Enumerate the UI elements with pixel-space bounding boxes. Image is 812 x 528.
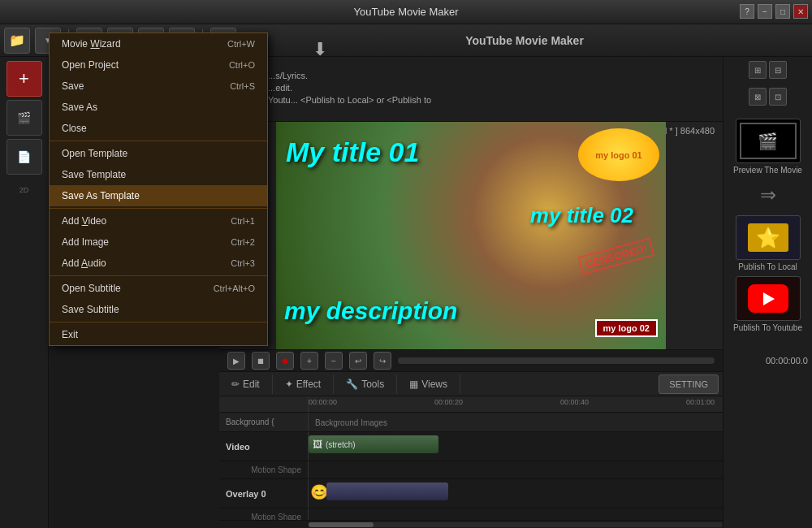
left-panel: + 🎬 📄 2D [0,57,49,528]
timeline-progress[interactable] [398,357,715,364]
menu-item-close[interactable]: Close [50,118,267,139]
menu-separator-3 [50,275,267,276]
grid-icon-row: ⊞ ⊟ [749,61,787,79]
menu-separator-2 [50,208,267,209]
add-button[interactable]: + [6,61,42,97]
step-row-1: Step1. ...s/Lyrics. [227,71,715,80]
preview-movie-button[interactable]: 🎬 [736,119,801,163]
ruler-mark-60: 00:01:00 [686,398,715,406]
menu-separator-1 [50,141,267,141]
step-text-2: ...edit. [268,83,292,93]
grid-icon-row-2: ⊠ ⊡ [749,88,787,106]
track-overlay-0-content[interactable]: 😊 [309,479,723,508]
publish-youtube-button[interactable] [736,276,801,321]
grid-icon-4[interactable]: ⊡ [769,88,787,106]
ruler-mark-20: 00:00:20 [434,398,463,406]
track-motion-label: Motion Shape [219,461,309,478]
setting-button[interactable]: SETTING [659,374,719,394]
doc-button[interactable]: 📄 [6,139,42,175]
track-video: Video 🖼 (stretch) [219,432,723,461]
tab-effect[interactable]: ✦ Effect [273,374,334,394]
track-video-content[interactable]: 🖼 (stretch) [309,432,723,461]
menu-item-label: Open Project [62,59,119,71]
menu-shortcut: Ctrl+O [229,60,255,70]
folder-icon[interactable]: 📁 [4,28,30,54]
views-icon: ▦ [409,379,418,390]
tab-tools[interactable]: 🔧 Tools [334,374,397,394]
tab-views[interactable]: ▦ Views [397,374,460,394]
step-text-3: Youtu... <Publish to Local> or <Publish … [268,95,431,105]
publish-local-button[interactable]: ⭐ [736,215,801,260]
undo-button[interactable]: ↩ [349,352,367,370]
title-bar: YouTube Movie Maker ? − □ ✕ [0,0,812,24]
film-preview-icon: 🎬 [740,123,797,159]
minimize-button[interactable]: − [758,4,772,19]
preview-logo-1: my logo 01 [578,128,659,181]
steps-area: Step1. ...s/Lyrics. Step2. ...edit. Step… [219,57,723,122]
tab-label: Edit [243,379,260,390]
step-text-1: ...s/Lyrics. [268,71,308,80]
preview-description: my description [284,297,457,325]
preview-group: 🎬 Preview The Movie [732,119,805,175]
youtube-logo-icon [748,284,788,313]
menu-item-label: Add Audio [62,258,106,269]
menu-item-open-project[interactable]: Open Project Ctrl+O [50,54,267,76]
menu-item-save-as-template[interactable]: Save As Template [50,185,267,206]
horizontal-scrollbar[interactable] [219,520,723,528]
menu-item-add-image[interactable]: Add Image Ctrl+2 [50,232,267,253]
edit-icon: ✏ [231,379,240,390]
preview-area: [ Untitled * ] 864x480 My title 01 my lo… [219,122,723,349]
menu-item-movie-wizard[interactable]: Movie Wizard Ctrl+W [50,33,267,54]
record-button[interactable]: ⏺ [276,352,294,370]
tab-bar: ✏ Edit ✦ Effect 🔧 Tools ▦ Views SETTING [219,372,723,396]
menu-item-save-template[interactable]: Save Template [50,164,267,185]
menu-item-open-subtitle[interactable]: Open Subtitle Ctrl+Alt+O [50,278,267,299]
transport-bar: ▶ ⏹ ⏺ + − ↩ ↪ 00:00:00.0 [219,349,723,372]
step-row-2: Step2. ...edit. [227,83,715,93]
play-button[interactable]: ▶ [227,352,245,370]
close-button[interactable]: ✕ [793,4,808,19]
track-video-label: Video [219,432,309,461]
menu-item-label: Open Subtitle [62,283,121,294]
scrollbar-thumb[interactable] [309,522,374,527]
menu-item-label: Save As [62,102,97,113]
publish-youtube-group: Publish To Youtube [732,276,805,332]
publish-local-label: Publish To Local [738,262,797,271]
menu-shortcut: Ctrl+3 [231,258,255,268]
tab-label: Tools [361,379,384,390]
menu-item-add-audio[interactable]: Add Audio Ctrl+3 [50,253,267,274]
menu-shortcut: Ctrl+Alt+O [214,283,255,293]
stop-button[interactable]: ⏹ [252,352,270,370]
zoom-in-button[interactable]: + [300,352,318,370]
track-overlay-0-motion: Motion Shape [219,509,723,520]
scrollbar-track[interactable] [309,522,723,527]
menu-item-save-subtitle[interactable]: Save Subtitle [50,299,267,320]
maximize-button[interactable]: □ [775,4,790,19]
video-block[interactable]: 🖼 (stretch) [309,435,438,453]
menu-item-label: Open Template [62,148,127,159]
menu-shortcut: Ctrl+S [230,81,255,91]
redo-button[interactable]: ↪ [374,352,391,370]
grid-icon-2[interactable]: ⊟ [769,61,787,79]
preview-title-1: My title 01 [286,136,419,168]
tab-edit[interactable]: ✏ Edit [219,374,273,394]
menu-item-open-template[interactable]: Open Template [50,143,267,164]
menu-item-add-video[interactable]: Add Video Ctrl+1 [50,210,267,232]
film-button[interactable]: 🎬 [6,100,42,136]
scroll-down-arrow: ⬇ [313,39,327,60]
menu-item-exit[interactable]: Exit [50,324,267,345]
overlay-0-emoji: 😊 [310,483,328,501]
tab-label: Views [421,379,447,390]
grid-icon-1[interactable]: ⊞ [749,61,767,79]
menu-item-label: Save Template [62,169,126,180]
overlay-0-block[interactable] [326,483,448,500]
grid-icon-3[interactable]: ⊠ [749,88,767,106]
ruler-marks: 00:00:00 00:00:20 00:00:40 00:01:00 [309,396,723,412]
menu-item-save-as[interactable]: Save As [50,97,267,118]
film-strip-icon: 🎬 [758,132,778,151]
menu-shortcut: Ctrl+1 [231,216,255,226]
zoom-out-button[interactable]: − [325,352,343,370]
menu-item-save[interactable]: Save Ctrl+S [50,76,267,97]
track-overlay-0-motion-content [309,509,723,520]
help-button[interactable]: ? [740,4,754,19]
